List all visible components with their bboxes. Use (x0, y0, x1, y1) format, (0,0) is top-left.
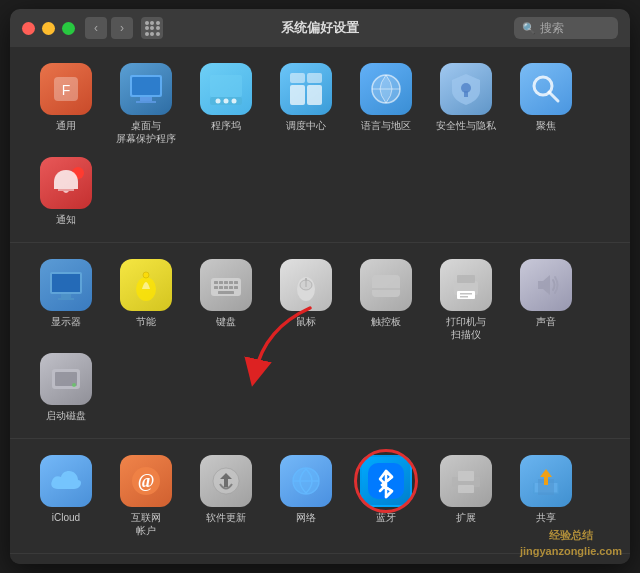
traffic-lights (22, 22, 75, 35)
svg-rect-6 (210, 75, 242, 97)
search-icon: 🔍 (522, 22, 536, 35)
pref-mission[interactable]: 调度中心 (266, 57, 346, 151)
security-label: 安全性与隐私 (436, 119, 496, 132)
pref-startup[interactable]: 启动磁盘 (26, 347, 106, 428)
svg-rect-37 (224, 286, 228, 289)
share-label: 共享 (536, 511, 556, 524)
pref-printer[interactable]: 打印机与 扫描仪 (426, 253, 506, 347)
svg-point-8 (216, 99, 221, 104)
svg-rect-18 (464, 91, 468, 97)
network-label: 网络 (296, 511, 316, 524)
svg-point-28 (143, 272, 149, 278)
language-icon (360, 63, 412, 115)
svg-rect-5 (132, 77, 160, 95)
svg-rect-48 (457, 291, 475, 299)
battery-label: 节能 (136, 315, 156, 328)
pref-mouse[interactable]: 鼠标 (266, 253, 346, 347)
pref-dock[interactable]: 程序坞 (186, 57, 266, 151)
language-label: 语言与地区 (361, 119, 411, 132)
mission-icon (280, 63, 332, 115)
pref-battery[interactable]: 节能 (106, 253, 186, 347)
minimize-button[interactable] (42, 22, 55, 35)
svg-rect-35 (214, 286, 218, 289)
svg-rect-44 (372, 275, 400, 297)
extension-label: 扩展 (456, 511, 476, 524)
pref-sound[interactable]: 声音 (506, 253, 586, 347)
display-label: 显示器 (51, 315, 81, 328)
section-personal: F 通用 桌面与 屏幕保护程序 程序坞 (10, 47, 630, 243)
back-button[interactable]: ‹ (85, 17, 107, 39)
pref-display[interactable]: 显示器 (26, 253, 106, 347)
pref-bluetooth[interactable]: 蓝牙 (346, 449, 426, 543)
icloud-label: iCloud (52, 511, 80, 524)
svg-rect-40 (218, 291, 234, 294)
softupdate-icon (200, 455, 252, 507)
startup-icon (40, 353, 92, 405)
svg-rect-39 (234, 286, 238, 289)
keyboard-label: 键盘 (216, 315, 236, 328)
search-bar[interactable]: 🔍 (514, 17, 618, 39)
pref-internet[interactable]: @ 互联网 帐户 (106, 449, 186, 543)
search-input[interactable] (540, 21, 610, 35)
pref-spotlight[interactable]: 聚焦 (506, 57, 586, 151)
mouse-label: 鼠标 (296, 315, 316, 328)
watermark-line2: jingyanzonglie.com (520, 544, 622, 559)
window-title: 系统偏好设置 (281, 19, 359, 37)
pref-notification[interactable]: 通知 (26, 151, 106, 232)
svg-rect-11 (290, 73, 305, 83)
softupdate-label: 软件更新 (206, 511, 246, 524)
svg-rect-63 (458, 485, 474, 493)
nav-buttons: ‹ › (85, 17, 133, 39)
pref-general[interactable]: F 通用 (26, 57, 106, 151)
mouse-icon (280, 259, 332, 311)
grid-view-button[interactable] (141, 17, 163, 39)
hardware-grid: 显示器 节能 键盘 (26, 253, 614, 428)
printer-icon (440, 259, 492, 311)
dock-icon (200, 63, 252, 115)
spotlight-label: 聚焦 (536, 119, 556, 132)
pref-extension[interactable]: 扩展 (426, 449, 506, 543)
forward-button[interactable]: › (111, 17, 133, 39)
pref-icloud[interactable]: iCloud (26, 449, 106, 543)
general-icon: F (40, 63, 92, 115)
svg-point-9 (224, 99, 229, 104)
notification-icon (40, 157, 92, 209)
dock-label: 程序坞 (211, 119, 241, 132)
section-hardware: 显示器 节能 键盘 (10, 243, 630, 439)
desktop-label: 桌面与 屏幕保护程序 (116, 119, 176, 145)
svg-rect-14 (307, 85, 322, 105)
svg-rect-24 (52, 274, 80, 292)
sound-label: 声音 (536, 315, 556, 328)
watermark-line1: 经验总结 (520, 528, 622, 543)
svg-point-43 (300, 280, 312, 290)
svg-rect-12 (307, 73, 322, 83)
svg-rect-49 (460, 293, 472, 295)
close-button[interactable] (22, 22, 35, 35)
svg-rect-33 (229, 281, 233, 284)
pref-network[interactable]: 网络 (266, 449, 346, 543)
startup-label: 启动磁盘 (46, 409, 86, 422)
pref-keyboard[interactable]: 键盘 (186, 253, 266, 347)
svg-line-20 (549, 92, 558, 101)
general-label: 通用 (56, 119, 76, 132)
svg-rect-50 (460, 296, 468, 298)
pref-softupdate[interactable]: 软件更新 (186, 449, 266, 543)
security-icon (440, 63, 492, 115)
pref-security[interactable]: 安全性与隐私 (426, 57, 506, 151)
internet-label: 互联网 帐户 (131, 511, 161, 537)
svg-rect-30 (214, 281, 218, 284)
maximize-button[interactable] (62, 22, 75, 35)
pref-trackpad[interactable]: 触控板 (346, 253, 426, 347)
pref-language[interactable]: 语言与地区 (346, 57, 426, 151)
mission-label: 调度中心 (286, 119, 326, 132)
pref-desktop[interactable]: 桌面与 屏幕保护程序 (106, 57, 186, 151)
notification-label: 通知 (56, 213, 76, 226)
sound-icon (520, 259, 572, 311)
svg-point-10 (232, 99, 237, 104)
spotlight-icon (520, 63, 572, 115)
svg-rect-26 (58, 298, 74, 300)
icloud-icon (40, 455, 92, 507)
svg-rect-4 (136, 101, 156, 103)
preferences-content: F 通用 桌面与 屏幕保护程序 程序坞 (10, 47, 630, 564)
svg-point-53 (72, 383, 76, 387)
